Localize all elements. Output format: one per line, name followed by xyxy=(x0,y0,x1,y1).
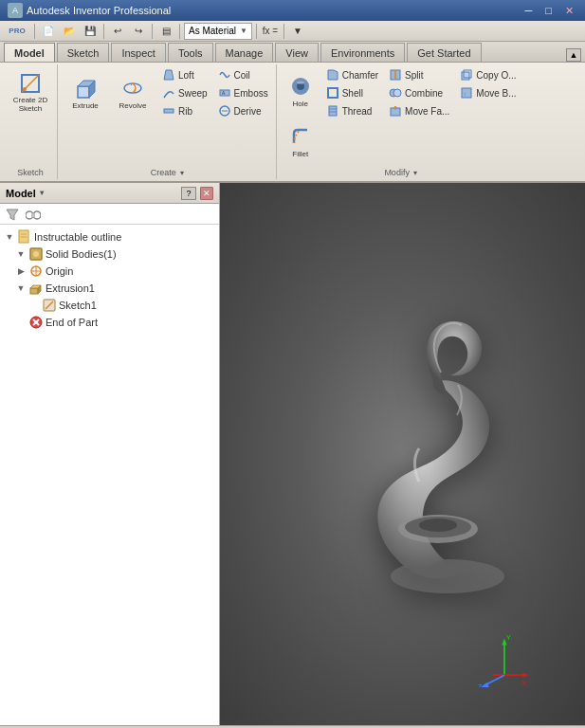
tab-inspect[interactable]: Inspect xyxy=(111,43,165,62)
binoculars-btn[interactable] xyxy=(25,207,42,222)
revolve-btn[interactable]: Revolve xyxy=(110,66,155,119)
panel-title: Model ▾ xyxy=(6,188,44,199)
svg-marker-30 xyxy=(7,209,18,220)
panel-title-text: Model xyxy=(6,188,36,199)
window-controls[interactable]: ─ □ ✕ xyxy=(521,5,577,17)
settings-btn[interactable]: ▼ xyxy=(288,23,307,40)
model-tree: ▼ Instructable outline ▼ Solid Bodies(1)… xyxy=(0,225,219,725)
revolve-btn-label: Revolve xyxy=(119,101,147,110)
expand-solid-bodies[interactable]: ▼ xyxy=(15,248,27,260)
properties-btn[interactable]: ▤ xyxy=(156,23,175,40)
tab-manage[interactable]: Manage xyxy=(215,43,274,62)
derive-btn[interactable]: Derive xyxy=(213,102,272,119)
rib-icon xyxy=(161,103,176,118)
create-2d-sketch-btn[interactable]: Create 2D Sketch xyxy=(8,66,53,119)
thread-btn[interactable]: Thread xyxy=(321,102,382,119)
copy-icon xyxy=(459,67,474,82)
tree-item-origin[interactable]: ▶ Origin xyxy=(2,263,217,280)
filter-btn[interactable] xyxy=(4,207,21,222)
undo-btn[interactable]: ↩ xyxy=(108,23,127,40)
sketch-icon xyxy=(19,72,42,95)
hole-btn[interactable]: Hole xyxy=(282,66,320,116)
panel-toolbar xyxy=(0,204,219,225)
shell-btn[interactable]: Shell xyxy=(321,84,382,101)
main-content: Model ▾ ? ✕ xyxy=(0,183,585,725)
emboss-btn[interactable]: A Emboss xyxy=(213,84,272,101)
end-of-part-icon xyxy=(28,315,44,330)
panel-controls: ? ✕ xyxy=(181,187,213,200)
svg-point-2 xyxy=(23,87,27,91)
tree-item-end-of-part[interactable]: ▶ End of Part xyxy=(2,314,217,331)
sweep-btn[interactable]: Sweep xyxy=(157,84,211,101)
svg-point-24 xyxy=(393,89,401,97)
hole-icon xyxy=(289,75,312,98)
tree-item-sketch1[interactable]: ▶ Sketch1 xyxy=(2,297,217,314)
tab-tools[interactable]: Tools xyxy=(168,43,213,62)
rib-btn[interactable]: Rib xyxy=(157,102,211,119)
close-btn[interactable]: ✕ xyxy=(561,5,577,17)
redo-btn[interactable]: ↪ xyxy=(129,23,148,40)
expand-extrusion1[interactable]: ▼ xyxy=(15,282,27,294)
maximize-btn[interactable]: □ xyxy=(541,5,556,17)
extrude-btn[interactable]: Extrude xyxy=(63,66,108,119)
new-btn[interactable]: 📄 xyxy=(39,23,58,40)
move-body-btn[interactable]: ↕ Move B... xyxy=(455,84,520,101)
move-body-icon: ↕ xyxy=(459,85,474,100)
minimize-btn[interactable]: ─ xyxy=(521,5,537,17)
revolve-icon xyxy=(121,77,144,100)
chamfer-btn[interactable]: Chamfer xyxy=(321,66,382,83)
material-dropdown[interactable]: As Material ▼ xyxy=(184,23,252,40)
create-group-items: Extrude Revolve xyxy=(63,66,272,166)
end-of-part-label: End of Part xyxy=(46,317,98,328)
svg-text:↕: ↕ xyxy=(464,91,466,97)
tree-item-extrusion1[interactable]: ▼ Extrusion1 xyxy=(2,280,217,297)
copy-object-btn[interactable]: Copy O... xyxy=(455,66,520,83)
sketch-group-items: Create 2D Sketch xyxy=(8,66,53,166)
derive-icon xyxy=(217,103,232,118)
title-bar-left: A Autodesk Inventor Professional xyxy=(8,3,171,18)
tree-root-label: Instructable outline xyxy=(34,231,121,243)
tab-sketch[interactable]: Sketch xyxy=(57,43,110,62)
axis-indicator: Y X Z xyxy=(476,630,533,687)
svg-point-38 xyxy=(33,251,39,257)
modify-group-items: Hole Fillet xyxy=(282,66,521,166)
app-title: Autodesk Inventor Professional xyxy=(27,5,171,16)
panel-dropdown-arrow[interactable]: ▾ xyxy=(40,189,44,197)
move-face-btn[interactable]: Move Fa... xyxy=(384,102,453,119)
tab-get-started[interactable]: Get Started xyxy=(407,43,481,62)
thread-icon xyxy=(325,103,340,118)
title-bar: A Autodesk Inventor Professional ─ □ ✕ xyxy=(0,0,585,21)
chamfer-icon xyxy=(325,67,340,82)
panel-close-btn[interactable]: ✕ xyxy=(200,187,213,200)
expand-origin[interactable]: ▶ xyxy=(15,265,27,277)
expand-root[interactable]: ▼ xyxy=(4,231,15,243)
tab-environments[interactable]: Environments xyxy=(320,43,405,62)
qa-sep-6 xyxy=(283,24,284,39)
combine-btn[interactable]: Combine xyxy=(384,84,453,101)
svg-rect-42 xyxy=(30,288,38,294)
ribbon-toggle-btn[interactable]: ▲ xyxy=(566,48,581,62)
tree-item-root[interactable]: ▼ Instructable outline xyxy=(2,228,217,246)
fillet-btn[interactable]: Fillet xyxy=(282,117,320,166)
save-btn[interactable]: 💾 xyxy=(81,23,100,40)
tab-view[interactable]: View xyxy=(275,43,319,62)
tree-item-solid-bodies[interactable]: ▼ Solid Bodies(1) xyxy=(2,246,217,263)
svg-rect-26 xyxy=(462,72,469,80)
origin-label: Origin xyxy=(46,265,73,277)
modify-dropdown-arrow: ▾ xyxy=(413,169,417,177)
combine-icon xyxy=(388,85,403,100)
coil-btn[interactable]: Coil xyxy=(213,66,272,83)
svg-rect-3 xyxy=(78,86,89,98)
svg-point-6 xyxy=(124,83,141,93)
panel-help-btn[interactable]: ? xyxy=(181,187,196,200)
tab-model[interactable]: Model xyxy=(4,43,55,62)
fx-equals[interactable]: fx = xyxy=(261,23,280,40)
loft-btn[interactable]: Loft xyxy=(157,66,211,83)
open-btn[interactable]: 📂 xyxy=(60,23,79,40)
split-btn[interactable]: Split xyxy=(384,66,453,83)
svg-marker-16 xyxy=(328,70,338,80)
svg-point-53 xyxy=(419,519,457,532)
svg-rect-17 xyxy=(328,88,338,98)
sweep-icon xyxy=(161,85,176,100)
viewport[interactable]: Y X Z xyxy=(220,183,585,725)
